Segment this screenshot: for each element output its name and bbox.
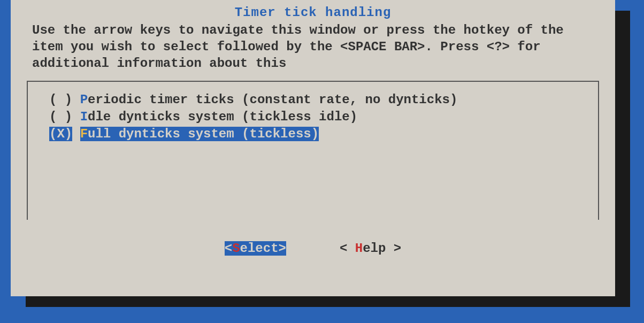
menuconfig-dialog: Timer tick handling Use the arrow keys t…	[11, 0, 615, 296]
option-label-rest: eriodic timer ticks (constant rate, no d…	[88, 93, 457, 107]
dialog-help-text: Use the arrow keys to navigate this wind…	[27, 22, 599, 72]
radio-marker: ( )	[49, 110, 72, 124]
dialog-title: Timer tick handling	[27, 5, 599, 20]
radio-marker: ( )	[49, 93, 72, 107]
help-button[interactable]: < Help >	[340, 241, 401, 256]
radio-marker-selected: (X)	[49, 127, 72, 141]
option-hotkey: I	[80, 110, 88, 124]
option-periodic[interactable]: ( ) Periodic timer ticks (constant rate,…	[49, 91, 577, 109]
option-label-rest: ull dynticks system (tickless)	[88, 127, 319, 141]
option-list: ( ) Periodic timer ticks (constant rate,…	[27, 81, 599, 220]
option-full-dynticks[interactable]: (X) Full dynticks system (tickless)	[49, 126, 577, 143]
button-bar: <Select>< Help >	[27, 241, 599, 256]
option-label-selected: Full dynticks system (tickless)	[80, 127, 319, 141]
option-idle-dynticks[interactable]: ( ) Idle dynticks system (tickless idle)	[49, 109, 577, 126]
select-button[interactable]: <Select>	[225, 241, 286, 256]
option-hotkey: F	[80, 127, 88, 141]
option-hotkey: P	[80, 93, 88, 107]
option-label-rest: dle dynticks system (tickless idle)	[88, 110, 357, 124]
